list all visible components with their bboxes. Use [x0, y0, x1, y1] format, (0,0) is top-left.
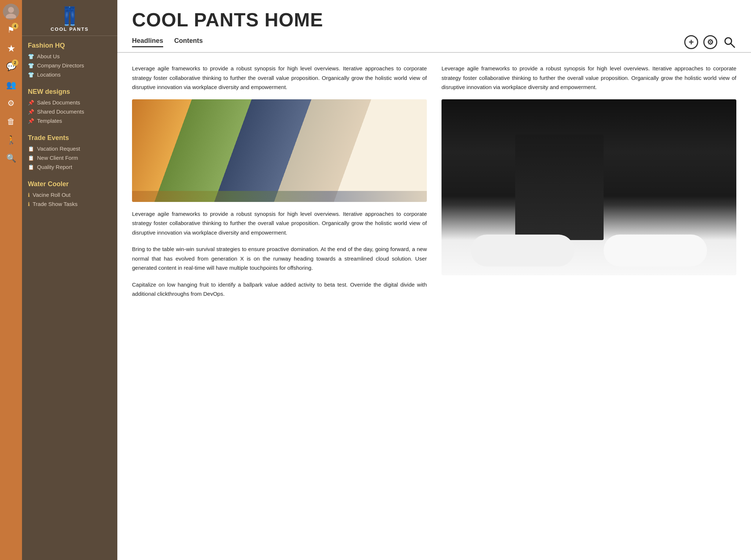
trash-icon[interactable]: 🗑 — [3, 114, 19, 130]
add-button[interactable]: + — [684, 35, 698, 49]
svg-point-1 — [6, 14, 16, 18]
svg-line-3 — [731, 44, 734, 47]
tab-headlines[interactable]: Headlines — [132, 37, 163, 47]
sidebar-item-label-about-us: About Us — [37, 53, 60, 59]
sidebar-item-about-us[interactable]: 👕 About Us — [28, 52, 111, 61]
section-water-cooler: Water Cooler ℹ Vacine Roll Out ℹ Trade S… — [22, 174, 117, 211]
chat-badge: 2 — [12, 59, 18, 66]
avatar-icon[interactable] — [3, 4, 19, 20]
chat-icon[interactable]: 💬 2 — [3, 59, 19, 75]
sidebar-item-label-locations: Locations — [37, 71, 61, 78]
sidebar-item-label-client: New Client Form — [37, 155, 78, 161]
section-title-trade-events: Trade Events — [28, 134, 111, 142]
sidebar-item-label-directors: Company Directors — [37, 62, 84, 69]
sidebar-item-shared-documents[interactable]: 📌 Shared Documents — [28, 107, 111, 116]
col1-para-2: Leverage agile frameworks to provide a r… — [132, 209, 427, 237]
section-title-fashion-hq: Fashion HQ — [28, 42, 111, 49]
sidebar-item-quality-report[interactable]: 📋 Quality Report — [28, 162, 111, 172]
sidebar-item-label-vacation: Vacation Request — [37, 145, 80, 152]
doc-icon-client: 📋 — [28, 155, 34, 161]
tab-contents[interactable]: Contents — [174, 37, 203, 47]
sidebar-item-vaccine[interactable]: ℹ Vacine Roll Out — [28, 190, 111, 199]
flag-badge: 4 — [12, 23, 18, 29]
sidebar-item-templates[interactable]: 📌 Templates — [28, 116, 111, 125]
pin-icon-templates: 📌 — [28, 118, 34, 124]
main-content: COOL PANTS HOME Headlines Contents + ⚙ L… — [117, 0, 751, 560]
main-actions: + ⚙ — [684, 35, 736, 49]
icon-rail: ⚑ 4 ★ 💬 2 👥 ⚙ 🗑 🚶 🔍 — [0, 0, 22, 560]
content-area: Leverage agile frameworks to provide a r… — [117, 53, 751, 560]
sidebar-item-label-tradeshow: Trade Show Tasks — [33, 201, 78, 207]
sidebar-item-label-shared: Shared Documents — [37, 108, 84, 115]
logo-text: COOL PANTS — [51, 26, 89, 32]
pants-image — [132, 99, 427, 202]
star-icon[interactable]: ★ — [3, 40, 19, 56]
sidebar-item-label-templates: Templates — [37, 118, 62, 124]
pin-icon-sales: 📌 — [28, 100, 34, 106]
col1-para-1: Leverage agile frameworks to provide a r… — [132, 64, 427, 92]
logo-icon: 👖 — [59, 7, 81, 25]
search-icon[interactable]: 🔍 — [3, 150, 19, 166]
col1-para-4: Capitalize on low hanging fruit to ident… — [132, 280, 427, 299]
section-title-new-designs: NEW designs — [28, 88, 111, 96]
black-pants-image — [442, 99, 736, 275]
sidebar-item-sales-documents[interactable]: 📌 Sales Documents — [28, 98, 111, 107]
flag-icon[interactable]: ⚑ 4 — [3, 22, 19, 38]
sidebar-item-label-quality: Quality Report — [37, 164, 72, 170]
sidebar: 👖 COOL PANTS Fashion HQ 👕 About Us 👕 Com… — [22, 0, 117, 560]
section-trade-events: Trade Events 📋 Vacation Request 📋 New Cl… — [22, 128, 117, 174]
tabs-row: Headlines Contents + ⚙ — [132, 35, 736, 52]
section-title-water-cooler: Water Cooler — [28, 180, 111, 188]
shirt-icon-about: 👕 — [28, 54, 34, 59]
content-col-2: Leverage agile frameworks to provide a r… — [438, 64, 736, 549]
col1-para-3: Bring to the table win-win survival stra… — [132, 244, 427, 273]
sidebar-item-new-client-form[interactable]: 📋 New Client Form — [28, 153, 111, 162]
settings-button[interactable]: ⚙ — [703, 35, 717, 49]
section-fashion-hq: Fashion HQ 👕 About Us 👕 Company Director… — [22, 36, 117, 82]
section-new-designs: NEW designs 📌 Sales Documents 📌 Shared D… — [22, 82, 117, 128]
page-title: COOL PANTS HOME — [132, 9, 736, 31]
pin-icon-shared: 📌 — [28, 109, 34, 115]
doc-icon-vacation: 📋 — [28, 146, 34, 152]
sidebar-item-trade-show[interactable]: ℹ Trade Show Tasks — [28, 199, 111, 209]
shirt-icon-locations: 👕 — [28, 72, 34, 78]
search-button[interactable] — [722, 35, 736, 49]
sidebar-item-company-directors[interactable]: 👕 Company Directors — [28, 61, 111, 70]
sidebar-item-vacation-request[interactable]: 📋 Vacation Request — [28, 144, 111, 153]
main-header: COOL PANTS HOME Headlines Contents + ⚙ — [117, 0, 751, 53]
walk-icon[interactable]: 🚶 — [3, 132, 19, 148]
sidebar-item-label-sales: Sales Documents — [37, 99, 80, 106]
settings-icon[interactable]: ⚙ — [3, 95, 19, 111]
info-icon-vaccine: ℹ — [28, 192, 30, 198]
sidebar-logo: 👖 COOL PANTS — [22, 0, 117, 36]
svg-point-0 — [8, 7, 14, 13]
users-icon[interactable]: 👥 — [3, 77, 19, 93]
doc-icon-quality: 📋 — [28, 164, 34, 170]
shirt-icon-directors: 👕 — [28, 63, 34, 69]
sidebar-item-locations[interactable]: 👕 Locations — [28, 70, 111, 79]
content-col-1: Leverage agile frameworks to provide a r… — [132, 64, 438, 549]
sidebar-item-label-vaccine: Vacine Roll Out — [33, 192, 70, 198]
col2-para-1: Leverage agile frameworks to provide a r… — [442, 64, 736, 92]
info-icon-tradeshow: ℹ — [28, 201, 30, 207]
main-tabs: Headlines Contents — [132, 37, 203, 47]
